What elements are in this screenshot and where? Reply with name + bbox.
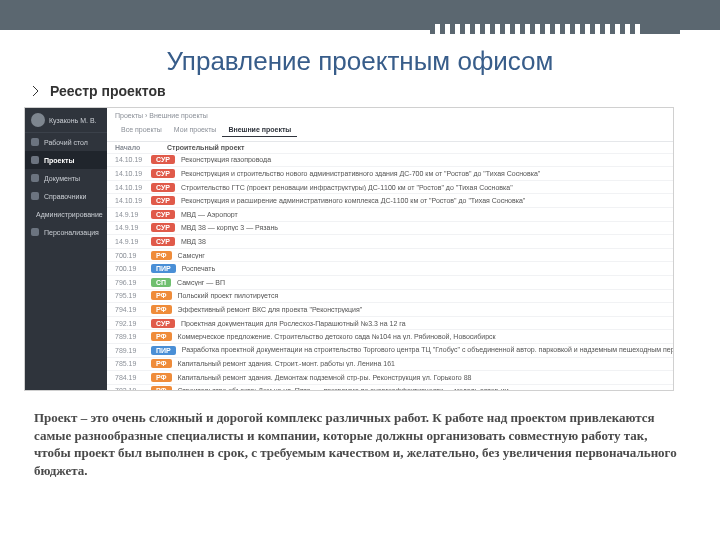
stage-badge: СП [151, 278, 171, 287]
nav-icon [31, 174, 39, 182]
row-title: Разработка проектной документации на стр… [182, 346, 674, 354]
row-date: 14.10.19 [115, 170, 145, 177]
breadcrumb: Проекты › Внешние проекты [107, 108, 674, 123]
table-row[interactable]: 792.19СУРПроектная документация для Росл… [107, 317, 674, 331]
row-date: 14.10.19 [115, 184, 145, 191]
table-row[interactable]: 795.19РФПольский проект пилотируетсяЕгор… [107, 290, 674, 304]
nav-icon [31, 156, 39, 164]
nav-label: Администрирование [36, 211, 103, 218]
sidebar-item-4[interactable]: Администрирование [25, 205, 107, 223]
row-title: Реконструкция и расширение административ… [181, 197, 674, 204]
row-title: Роспечать [182, 265, 674, 272]
nav-label: Документы [44, 175, 80, 182]
chevron-right-icon [30, 85, 42, 97]
row-title: Самсунг [178, 252, 674, 259]
column-headers: Начало Строительный проект СУП/Руководит… [107, 142, 674, 154]
stage-badge: СУР [151, 196, 175, 205]
row-title: Коммерческое предложение. Строительство … [178, 333, 674, 340]
row-title: Польский проект пилотируется [178, 292, 674, 299]
stage-badge: РФ [151, 251, 172, 260]
slide-footer-text: Проект – это очень сложный и дорогой ком… [34, 409, 686, 479]
row-title: Эффективный ремонт ВКС для проекта "Реко… [178, 306, 674, 313]
sidebar-item-0[interactable]: Рабочий стол [25, 133, 107, 151]
tab-2[interactable]: Внешние проекты [222, 123, 297, 137]
row-title: Реконструкция и строительство нового адм… [181, 170, 674, 177]
row-title: Проектная документация для Рослесхоз-Пар… [181, 320, 674, 327]
row-date: 796.19 [115, 279, 145, 286]
table-row[interactable]: 785.19РФКапитальный ремонт здания. Строи… [107, 358, 674, 372]
row-date: 785.19 [115, 360, 145, 367]
slide-accent-stripe [0, 30, 720, 34]
sidebar-item-2[interactable]: Документы [25, 169, 107, 187]
main-panel: Проекты › Внешние проекты Все проектыМои… [107, 108, 674, 390]
slide-bullet: Реестр проектов [30, 83, 720, 99]
stage-badge: СУР [151, 155, 175, 164]
stage-badge: РФ [151, 291, 172, 300]
row-date: 789.19 [115, 347, 145, 354]
row-date: 783.19 [115, 387, 145, 390]
sidebar-item-3[interactable]: Справочники [25, 187, 107, 205]
table-row[interactable]: 14.9.19СУРМВД 38Дацишин Н. К.Дроковских … [107, 235, 674, 249]
sidebar-item-1[interactable]: Проекты [25, 151, 107, 169]
stage-badge: РФ [151, 386, 172, 390]
app-screenshot: Кузаконь М. В. Рабочий столПроектыДокуме… [24, 107, 674, 391]
project-rows: 14.10.19СУРРеконструкция газопроводаЕгор… [107, 154, 674, 390]
row-date: 784.19 [115, 374, 145, 381]
nav-icon [31, 228, 39, 236]
table-row[interactable]: 14.10.19СУРРеконструкция газопроводаЕгор… [107, 154, 674, 168]
row-date: 14.10.19 [115, 156, 145, 163]
row-date: 795.19 [115, 292, 145, 299]
row-date: 794.19 [115, 306, 145, 313]
bullet-text: Реестр проектов [50, 83, 166, 99]
col-title: Строительный проект [167, 144, 674, 151]
table-row[interactable]: 14.10.19СУРСтроительство ГТС (проект рен… [107, 181, 674, 195]
row-date: 789.19 [115, 333, 145, 340]
tab-0[interactable]: Все проекты [115, 123, 168, 137]
stage-badge: СУР [151, 223, 175, 232]
table-row[interactable]: 14.9.19СУРМВД — АэропортДацишин Н. К.Сам… [107, 208, 674, 222]
table-row[interactable]: 783.19РФСтроительство объекта: Дом на ул… [107, 385, 674, 390]
table-row[interactable]: 14.10.19СУРРеконструкция и расширение ад… [107, 194, 674, 208]
row-date: 14.9.19 [115, 238, 145, 245]
row-title: Самсунг — ВП [177, 279, 674, 286]
table-row[interactable]: 796.19СПСамсунг — ВПДацишин Н. К.Бутенко… [107, 276, 674, 290]
row-date: 14.9.19 [115, 211, 145, 218]
stage-badge: РФ [151, 332, 172, 341]
nav-icon [31, 192, 39, 200]
avatar [31, 113, 45, 127]
table-row[interactable]: 784.19РФКапитальный ремонт здания. Демон… [107, 371, 674, 385]
sidebar: Кузаконь М. В. Рабочий столПроектыДокуме… [25, 108, 107, 390]
stage-badge: СУР [151, 319, 175, 328]
row-title: МВД 38 — корпус 3 — Рязань [181, 224, 674, 231]
stage-badge: СУР [151, 169, 175, 178]
table-row[interactable]: 14.9.19СУРМВД 38 — корпус 3 — РязаньДаци… [107, 222, 674, 236]
stage-badge: РФ [151, 359, 172, 368]
table-row[interactable]: 700.19РФСамсунгИллионов Н. К.Бутенков А.… [107, 249, 674, 263]
tab-1[interactable]: Мои проекты [168, 123, 223, 137]
profile-block[interactable]: Кузаконь М. В. [25, 108, 107, 133]
nav-label: Рабочий стол [44, 139, 88, 146]
stage-badge: СУР [151, 210, 175, 219]
col-date: Начало [115, 144, 145, 151]
tabs-row: Все проектыМои проектыВнешние проекты Со… [107, 123, 674, 142]
stage-badge: ПИР [151, 264, 176, 273]
stage-badge: РФ [151, 373, 172, 382]
table-row[interactable]: 14.10.19СУРРеконструкция и строительство… [107, 167, 674, 181]
sidebar-item-5[interactable]: Персонализация [25, 223, 107, 241]
row-date: 792.19 [115, 320, 145, 327]
table-row[interactable]: 700.19ПИРРоспечатьИллионов Н. К.Кузаконь… [107, 262, 674, 276]
table-row[interactable]: 789.19ПИРРазработка проектной документац… [107, 344, 674, 358]
stage-badge: СУР [151, 237, 175, 246]
table-row[interactable]: 794.19РФЭффективный ремонт ВКС для проек… [107, 303, 674, 317]
row-title: Строительство объекта: Дом на ул. Пята. … [178, 387, 674, 390]
row-date: 14.10.19 [115, 197, 145, 204]
row-title: Капитальный ремонт здания. Демонтаж подз… [178, 374, 674, 381]
nav-label: Персонализация [44, 229, 99, 236]
user-name: Кузаконь М. В. [49, 117, 97, 124]
row-date: 14.9.19 [115, 224, 145, 231]
row-title: МВД — Аэропорт [181, 211, 674, 218]
row-date: 700.19 [115, 252, 145, 259]
table-row[interactable]: 789.19РФКоммерческое предложение. Строит… [107, 330, 674, 344]
nav-label: Проекты [44, 157, 74, 164]
row-title: Реконструкция газопровода [181, 156, 674, 163]
